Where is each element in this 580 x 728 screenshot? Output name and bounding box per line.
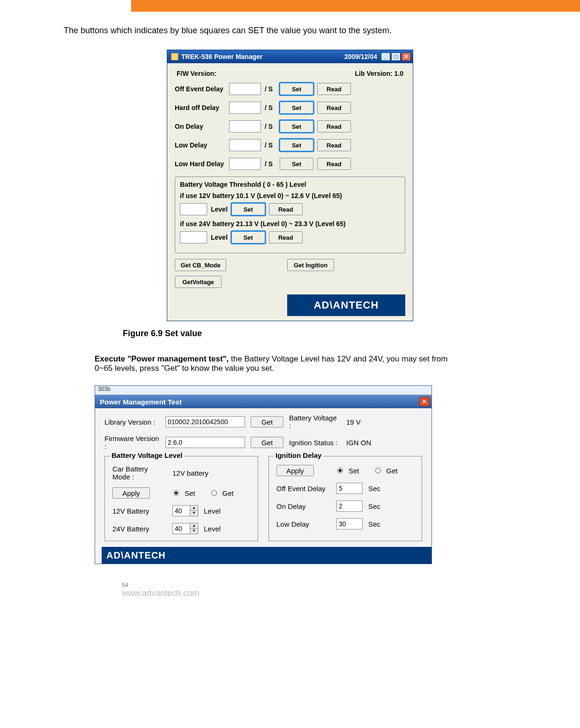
off-event-delay-input[interactable] <box>229 83 261 95</box>
get-cb-mode-button[interactable]: Get CB_Mode <box>175 259 226 271</box>
car-battery-mode-value: 12V battery <box>172 469 210 477</box>
firmware-version-label: Firmware Version : <box>104 434 160 450</box>
hard-off-set-button[interactable]: Set <box>280 102 313 114</box>
low-delay-label: Low Delay <box>276 520 331 528</box>
low-delay-label: Low Delay <box>175 141 225 149</box>
off-event-set-button[interactable]: Set <box>280 83 313 95</box>
off-event-read-button[interactable]: Read <box>317 83 351 95</box>
titlebar-title: Power Management Test <box>100 398 182 406</box>
ignition-delay-group: Ignition Delay Apply Set Get Off Event D… <box>268 456 422 541</box>
get-radio-label: Get <box>223 489 234 497</box>
firmware-version-field[interactable]: 2.6.0 <box>165 437 245 448</box>
low-set-button[interactable]: Set <box>280 139 313 151</box>
low-hard-set-button[interactable]: Set <box>280 158 313 170</box>
battery-voltage-value: 19 V <box>346 418 361 426</box>
read-24v-button[interactable]: Read <box>269 231 303 243</box>
level-label: Level <box>211 234 228 241</box>
maximize-button[interactable]: □ <box>391 52 401 61</box>
intro-text: The buttons which indicates by blue squa… <box>64 26 519 36</box>
hard-off-delay-input[interactable] <box>229 102 261 114</box>
set-radio[interactable] <box>337 468 343 473</box>
get-voltage-button[interactable]: GetVoltage <box>175 276 222 288</box>
panel-24v-desc: if use 24V battery 21.13 V (Level 0) ~ 2… <box>180 220 401 228</box>
level-24v-input[interactable] <box>180 231 207 243</box>
low-hard-delay-row: Low Hard Delay / S Set Read <box>175 158 405 170</box>
off-event-delay-label: Off Event Delay <box>276 485 331 493</box>
hard-off-delay-row: Hard off Delay / S Set Read <box>175 102 405 114</box>
library-version-label: Library Version : <box>104 418 160 426</box>
level-12v-input[interactable] <box>180 203 207 215</box>
battery-24v-spinner[interactable]: 40 ▲▼ <box>172 523 198 534</box>
battery-voltage-label: Battery Voltage : <box>289 414 341 430</box>
advantech-logo: AD\ANTECH <box>95 547 431 564</box>
get-radio[interactable] <box>211 490 217 496</box>
get-ignition-button[interactable]: Get Ingition <box>287 259 334 271</box>
set-24v-button[interactable]: Set <box>231 231 265 243</box>
battery-12v-label: 12V Battery <box>112 507 167 515</box>
get-radio-label: Get <box>387 467 398 475</box>
low-delay-field[interactable]: 30 <box>336 518 363 529</box>
lib-version-label: Lib Version: 1.0 <box>355 70 403 77</box>
get-lib-button[interactable]: Get <box>251 416 283 427</box>
off-event-delay-label: Off Event Delay <box>175 85 225 93</box>
apply-button[interactable]: Apply <box>112 487 150 499</box>
sec-label: Sec <box>368 520 380 528</box>
low-read-button[interactable]: Read <box>317 139 351 151</box>
level-label: Level <box>211 206 228 213</box>
on-delay-label: On Delay <box>276 502 331 510</box>
low-hard-delay-label: Low Hard Delay <box>175 160 225 168</box>
group-title: Ignition Delay <box>274 451 323 459</box>
titlebar-date: 2009/12/04 <box>344 53 377 60</box>
apply-button[interactable]: Apply <box>276 465 314 476</box>
low-hard-delay-input[interactable] <box>229 158 261 170</box>
page-number: 54 <box>122 582 519 588</box>
on-delay-input[interactable] <box>229 120 261 132</box>
fw-version-label: F/W Version: <box>177 70 216 77</box>
power-management-test-window: 303b Power Management Test ✕ Library Ver… <box>95 385 432 564</box>
panel-12v-desc: if use 12V battery 10.1 V (Level 0) ~ 12… <box>180 192 401 199</box>
execute-bold: Execute "Power management test", <box>95 354 229 363</box>
close-button[interactable]: ✕ <box>419 397 430 406</box>
unit-label: / S <box>265 141 276 149</box>
set-radio[interactable] <box>173 490 179 496</box>
sec-label: Sec <box>368 485 380 493</box>
off-event-delay-field[interactable]: 5 <box>336 483 363 494</box>
unit-label: / S <box>265 104 276 111</box>
page-footer: 54 www.advantech.com <box>122 582 519 598</box>
set-radio-label: Set <box>349 467 359 475</box>
group-title: Battery Voltage Level <box>110 451 184 459</box>
unit-label: / S <box>265 123 276 130</box>
hard-off-delay-label: Hard off Delay <box>175 104 225 111</box>
header-white-block <box>0 0 131 12</box>
on-set-button[interactable]: Set <box>280 120 313 132</box>
ignition-status-label: Ignition Status : <box>289 439 341 447</box>
battery-12v-spinner[interactable]: 40 ▲▼ <box>172 505 198 516</box>
set-radio-label: Set <box>185 489 195 497</box>
unit-label: / S <box>265 160 276 168</box>
titlebar-title: TREK-536 Power Manager <box>181 53 263 60</box>
level-label: Level <box>204 525 221 533</box>
level-label: Level <box>204 507 221 515</box>
set-12v-button[interactable]: Set <box>231 203 265 215</box>
low-delay-row: Low Delay / S Set Read <box>175 139 405 151</box>
low-delay-input[interactable] <box>229 139 261 151</box>
library-version-field[interactable]: 010002.2010042500 <box>165 416 245 427</box>
get-fw-button[interactable]: Get <box>251 437 283 448</box>
read-12v-button[interactable]: Read <box>269 203 303 215</box>
close-button[interactable]: ✕ <box>402 52 411 61</box>
sec-label: Sec <box>368 502 380 510</box>
on-delay-row: On Delay / S Set Read <box>175 120 405 132</box>
battery-threshold-panel: Battery Voltage Threshold ( 0 - 65 ) Lev… <box>175 176 405 253</box>
page-header-bar <box>0 0 580 12</box>
footer-url: www.advantech.com <box>122 588 519 598</box>
window-hint: 303b <box>95 386 431 395</box>
minimize-button[interactable]: _ <box>381 52 390 61</box>
on-delay-field[interactable]: 2 <box>336 500 363 512</box>
low-hard-read-button[interactable]: Read <box>317 158 351 170</box>
on-read-button[interactable]: Read <box>317 120 351 132</box>
unit-label: / S <box>265 85 276 93</box>
hard-off-read-button[interactable]: Read <box>317 102 351 114</box>
titlebar: Power Management Test ✕ <box>95 395 431 408</box>
execute-paragraph: Execute "Power management test", the Bat… <box>95 354 465 373</box>
get-radio[interactable] <box>375 468 381 473</box>
